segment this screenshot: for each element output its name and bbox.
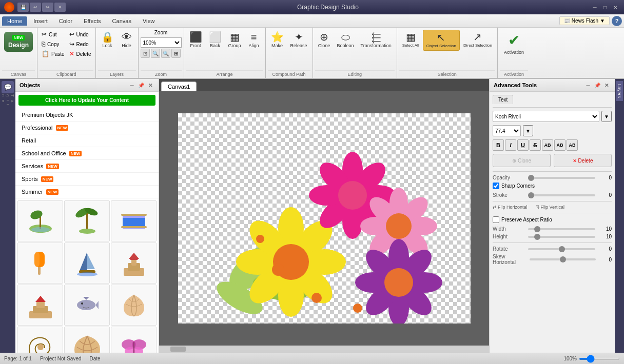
- strikethrough-button[interactable]: S: [530, 139, 541, 151]
- canvas-scroll-area[interactable]: [159, 91, 489, 346]
- grid-item-3[interactable]: [111, 200, 157, 241]
- panel-pin-btn[interactable]: 📌: [137, 81, 145, 89]
- horizontal-scrollbar[interactable]: [159, 346, 489, 353]
- maximize-button[interactable]: □: [600, 3, 610, 11]
- cut-button[interactable]: ✂ Cut: [40, 30, 67, 39]
- design-button[interactable]: NEW Design: [4, 32, 33, 52]
- minimize-button[interactable]: ─: [590, 3, 599, 11]
- flip-horizontal-button[interactable]: ⇄ Flip Horizontal: [493, 205, 528, 210]
- menu-insert[interactable]: Insert: [28, 16, 53, 26]
- transformation-button[interactable]: ⬱ Transformation: [358, 30, 395, 50]
- font-size-dropdown-btn[interactable]: ▼: [523, 125, 533, 136]
- rotate-slider[interactable]: [528, 248, 595, 250]
- copy-button[interactable]: ⎘ Copy: [40, 39, 67, 49]
- clone-panel-button[interactable]: ⊕ Clone: [493, 154, 551, 167]
- italic-button[interactable]: I: [505, 139, 516, 151]
- group-button[interactable]: ▦ Group: [225, 30, 244, 50]
- grid-item-12[interactable]: [111, 327, 157, 353]
- adv-pin-btn[interactable]: 📌: [593, 81, 601, 89]
- title-icon-1[interactable]: 💾: [17, 3, 29, 12]
- list-item-professional[interactable]: Professional NEW: [15, 122, 159, 134]
- list-item-retail[interactable]: Retail: [15, 134, 159, 147]
- font-dropdown-btn[interactable]: ▼: [601, 111, 612, 122]
- bold-button[interactable]: B: [493, 139, 504, 151]
- direct-selection-button[interactable]: ↗ Direct Selection: [460, 30, 495, 50]
- menu-canvas[interactable]: Canvas: [107, 16, 136, 26]
- underline-button[interactable]: U: [517, 139, 529, 151]
- panel-minimize-btn[interactable]: ─: [128, 81, 136, 89]
- stroke-slider[interactable]: [528, 194, 595, 196]
- zoom-in-btn[interactable]: 🔍: [161, 49, 170, 58]
- object-selection-button[interactable]: ↖ Object Selection: [423, 30, 460, 51]
- layers-side-tab[interactable]: Layers: [616, 81, 623, 101]
- grid-item-10[interactable]: [17, 327, 63, 353]
- skew-slider[interactable]: [530, 258, 596, 260]
- adv-minimize-btn[interactable]: ─: [584, 81, 592, 89]
- make-button[interactable]: ⭐ Make: [268, 30, 287, 50]
- hide-button[interactable]: 👁 Hide: [118, 30, 136, 50]
- flip-vertical-button[interactable]: ⇅ Flip Vertical: [536, 205, 565, 210]
- font-size-selector[interactable]: 77.4: [493, 125, 521, 136]
- boolean-button[interactable]: ⬭ Boolean: [334, 30, 357, 50]
- height-slider[interactable]: [528, 236, 595, 238]
- activation-button[interactable]: ✔ Activation: [500, 30, 528, 57]
- smallcaps-button[interactable]: AB: [554, 139, 566, 151]
- close-button[interactable]: ✕: [611, 3, 620, 11]
- clone-ribbon-button[interactable]: ⊕ Clone: [315, 30, 334, 50]
- grid-item-2[interactable]: [64, 200, 110, 241]
- sidebar-tool-text[interactable]: T a g l i n e: [2, 94, 14, 107]
- news-flash[interactable]: 📰 News Flash ▼: [559, 16, 610, 25]
- zoom-custom-btn[interactable]: ⊞: [171, 49, 181, 58]
- list-item-summer[interactable]: Summer NEW: [15, 186, 159, 198]
- delete-ribbon-button[interactable]: ✕ Delete: [67, 49, 93, 58]
- allcaps-button[interactable]: AB: [542, 139, 553, 151]
- menu-effects[interactable]: Effects: [79, 16, 106, 26]
- align-button[interactable]: ≡ Align: [245, 30, 263, 50]
- zoom-status-slider[interactable]: [579, 358, 620, 360]
- h-scroll-thumb[interactable]: [170, 347, 186, 352]
- grid-item-8[interactable]: [64, 285, 110, 326]
- zoom-fit-btn[interactable]: ⊡: [141, 49, 150, 58]
- undo-button[interactable]: ↩ Undo: [67, 30, 93, 39]
- grid-item-7[interactable]: [17, 285, 63, 326]
- update-content-button[interactable]: Click Here to Update Your Content: [18, 95, 155, 106]
- help-button[interactable]: ?: [612, 16, 622, 26]
- grid-item-9[interactable]: [111, 285, 157, 326]
- sidebar-tool-speech[interactable]: 💬: [2, 81, 14, 93]
- caps-button[interactable]: AB: [567, 139, 578, 151]
- back-button[interactable]: ⬜ Back: [206, 30, 225, 50]
- grid-item-11[interactable]: [64, 327, 110, 353]
- paste-button[interactable]: 📋 Paste: [40, 49, 67, 58]
- opacity-slider[interactable]: [528, 177, 595, 179]
- release-button[interactable]: ✦ Release: [287, 30, 310, 50]
- menu-home[interactable]: Home: [2, 16, 27, 26]
- list-item-sports[interactable]: Sports NEW: [15, 173, 159, 186]
- list-item-premium[interactable]: Premium Objects JK: [15, 109, 159, 122]
- panel-close-btn[interactable]: ✕: [146, 81, 154, 89]
- aspect-ratio-checkbox[interactable]: [493, 216, 499, 223]
- adv-close-btn[interactable]: ✕: [602, 81, 611, 89]
- grid-item-5[interactable]: [64, 242, 110, 284]
- grid-item-6[interactable]: [111, 242, 157, 284]
- menu-color[interactable]: Color: [54, 16, 77, 26]
- zoom-select[interactable]: 100%: [141, 37, 182, 48]
- zoom-out-btn[interactable]: 🔍: [151, 49, 160, 58]
- list-item-services[interactable]: Services NEW: [15, 160, 159, 173]
- text-tab[interactable]: Text: [493, 95, 513, 104]
- grid-item-4[interactable]: [17, 242, 63, 284]
- front-button[interactable]: ⬛ Front: [186, 30, 205, 50]
- width-slider[interactable]: [528, 228, 595, 230]
- delete-panel-button[interactable]: ✕ Delete: [554, 154, 612, 167]
- lock-button[interactable]: 🔒 Lock: [98, 30, 117, 50]
- redo-button[interactable]: ↪ Redo: [67, 39, 93, 49]
- menu-view[interactable]: View: [138, 16, 160, 26]
- list-item-school[interactable]: School and Office NEW: [15, 147, 159, 160]
- title-icon-4[interactable]: ✕: [54, 3, 66, 12]
- select-all-button[interactable]: ▦ Select All: [399, 30, 422, 50]
- title-icon-3[interactable]: ↪: [42, 3, 53, 12]
- canvas-tab-1[interactable]: Canvas1: [161, 82, 197, 91]
- font-selector[interactable]: Koch Rivoli: [493, 111, 599, 122]
- grid-item-1[interactable]: [17, 200, 63, 241]
- sharp-corners-checkbox[interactable]: [493, 183, 499, 189]
- title-icon-2[interactable]: ↩: [30, 3, 41, 12]
